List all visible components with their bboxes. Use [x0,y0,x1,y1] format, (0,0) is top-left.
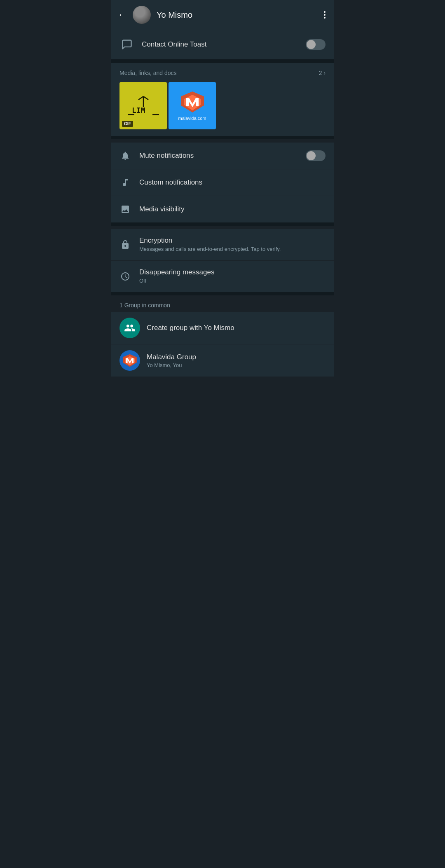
mute-notifications-content: Mute notifications [139,152,297,160]
svg-line-2 [143,96,148,100]
divider-2 [111,136,334,139]
media-grid: LIM GIF malavida.com [119,82,326,136]
encryption-title: Encryption [139,236,326,245]
create-group-name: Create group with Yo Mismo [147,324,326,332]
disappearing-messages-content: Disappearing messages Off [139,268,326,285]
media-section: Media, links, and docs 2 › LIM GIF [111,63,334,136]
media-count[interactable]: 2 › [319,70,326,76]
media-thumb-gif[interactable]: LIM GIF [119,82,167,129]
malavida-group-info: Malavida Group Yo Mismo, You [147,353,326,368]
contact-online-toast-toggle[interactable] [306,39,326,50]
disappearing-messages-title: Disappearing messages [139,268,326,276]
timer-icon [119,271,131,282]
encryption-subtitle: Messages and calls are end-to-end encryp… [139,246,326,253]
security-section: Encryption Messages and calls are end-to… [111,229,334,292]
malavida-url: malavida.com [178,116,206,121]
media-visibility-content: Media visibility [139,205,326,213]
media-visibility-row[interactable]: Media visibility [111,196,334,222]
app-header: ← Yo Mismo [111,0,334,30]
encryption-row[interactable]: Encryption Messages and calls are end-to… [111,229,334,261]
settings-section: Mute notifications Custom notifications … [111,143,334,222]
divider-1 [111,60,334,63]
more-button[interactable] [322,9,327,20]
divider-3 [111,222,334,226]
custom-notifications-title: Custom notifications [139,178,202,186]
lock-icon [119,239,131,250]
malavida-group-name: Malavida Group [147,353,326,361]
mute-notifications-row[interactable]: Mute notifications [111,143,334,169]
custom-notifications-content: Custom notifications [139,178,326,187]
malavida-group-members: Yo Mismo, You [147,362,326,368]
media-header: Media, links, and docs 2 › [119,70,326,76]
create-group-avatar [119,318,140,338]
mute-notifications-title: Mute notifications [139,152,194,159]
gif-badge: GIF [122,121,133,127]
create-group-row[interactable]: Create group with Yo Mismo [111,312,334,344]
create-group-info: Create group with Yo Mismo [147,324,326,332]
disappearing-messages-subtitle: Off [139,277,326,285]
header-title: Yo Mismo [157,10,316,20]
custom-notifications-row[interactable]: Custom notifications [111,169,334,196]
media-visibility-title: Media visibility [139,205,185,213]
message-icon [119,37,134,52]
svg-text:LIM: LIM [132,106,145,115]
back-button[interactable]: ← [118,9,127,20]
image-icon [119,204,131,215]
bell-icon [119,150,131,161]
contact-online-toast-label: Contact Online Toast [142,40,298,49]
contact-online-toast-row[interactable]: Contact Online Toast [111,30,334,60]
malavida-group-row[interactable]: Malavida Group Yo Mismo, You [111,344,334,377]
divider-4 [111,292,334,295]
encryption-content: Encryption Messages and calls are end-to… [139,236,326,253]
malavida-group-avatar [119,350,140,371]
svg-line-1 [138,96,143,100]
media-title: Media, links, and docs [119,70,177,76]
media-thumb-malavida[interactable]: malavida.com [169,82,216,129]
avatar [133,6,151,24]
groups-section: 1 Group in common Create group with Yo M… [111,295,334,377]
mute-notifications-toggle[interactable] [306,150,326,161]
disappearing-messages-row[interactable]: Disappearing messages Off [111,261,334,292]
music-note-icon [119,177,131,188]
groups-label: 1 Group in common [111,295,334,312]
